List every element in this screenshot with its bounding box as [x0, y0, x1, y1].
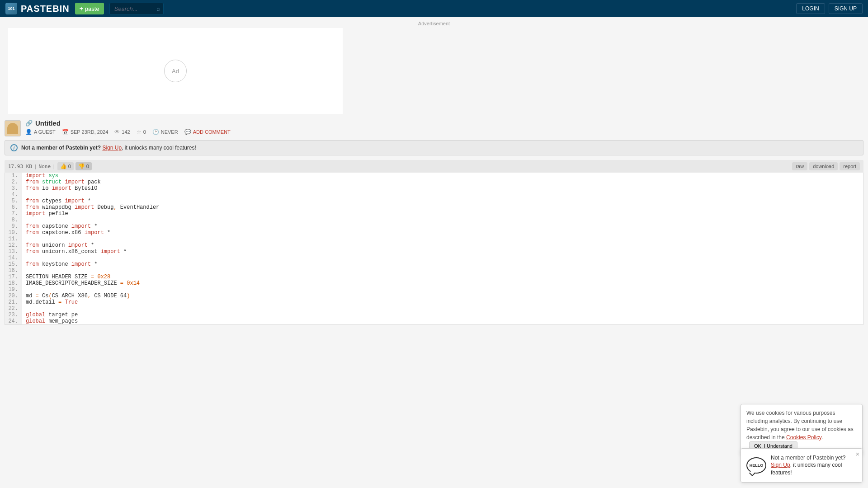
signup-button[interactable]: SIGN UP: [829, 3, 863, 14]
paste-title: Untitled: [35, 119, 61, 127]
line-number: 1.: [5, 173, 22, 179]
new-paste-button[interactable]: + paste: [75, 3, 104, 14]
avatar[interactable]: [5, 120, 21, 136]
line-content: IMAGE_DESCRIPTOR_HEADER_SIZE = 0x14: [22, 280, 863, 286]
line-number: 6.: [5, 204, 22, 211]
paste-container: 🔗 Untitled 👤A GUEST 📅SEP 23RD, 2024 👁142…: [0, 119, 868, 325]
star-icon: ☆: [137, 129, 142, 135]
line-content: [22, 236, 863, 242]
user-icon: 👤: [25, 129, 32, 135]
code-line: 14.: [5, 255, 863, 261]
line-content: [22, 305, 863, 312]
main-header: PASTEBIN + paste ⌕ LOGIN SIGN UP: [0, 0, 868, 17]
line-content: from winappdbg import Debug, EventHandle…: [22, 204, 863, 211]
code-line: 5.from ctypes import *: [5, 198, 863, 204]
comment-icon: 💬: [184, 129, 191, 135]
code-line: 20.md = Cs(CS_ARCH_X86, CS_MODE_64): [5, 293, 863, 299]
report-button[interactable]: report: [840, 162, 860, 170]
line-content: from ctypes import *: [22, 198, 863, 204]
line-content: md = Cs(CS_ARCH_X86, CS_MODE_64): [22, 293, 863, 299]
code-line: 23.global target_pe: [5, 312, 863, 318]
code-line: 24.global mem_pages: [5, 318, 863, 324]
line-number: 17.: [5, 274, 22, 280]
meta-author: 👤A GUEST: [25, 129, 56, 135]
line-content: SECTION_HEADER_SIZE = 0x28: [22, 274, 863, 280]
signup-banner: i Not a member of Pastebin yet? Sign Up,…: [5, 140, 863, 155]
code-area[interactable]: 1.import sys2.from struct import pack3.f…: [5, 173, 863, 325]
logo[interactable]: PASTEBIN: [5, 3, 70, 14]
line-number: 3.: [5, 185, 22, 192]
toolbar-left: 17.93 KB | None | 👍0 👎0: [8, 162, 92, 170]
line-content: from struct import pack: [22, 179, 863, 185]
code-line: 15.from keystone import *: [5, 261, 863, 267]
line-content: from unicorn.x86_const import *: [22, 249, 863, 255]
ad-slot[interactable]: Ad: [8, 28, 343, 114]
code-line: 3.from io import BytesIO: [5, 185, 863, 192]
paste-info: 🔗 Untitled 👤A GUEST 📅SEP 23RD, 2024 👁142…: [25, 119, 863, 135]
login-button[interactable]: LOGIN: [796, 3, 825, 14]
line-content: global target_pe: [22, 312, 863, 318]
clock-icon: 🕑: [152, 129, 159, 135]
line-content: from io import BytesIO: [22, 185, 863, 192]
paste-header: 🔗 Untitled 👤A GUEST 📅SEP 23RD, 2024 👁142…: [5, 119, 863, 136]
line-content: from keystone import *: [22, 261, 863, 267]
search-box: ⌕: [109, 3, 164, 15]
code-line: 21.md.detail = True: [5, 299, 863, 305]
line-number: 21.: [5, 299, 22, 305]
banner-signup-link[interactable]: Sign Up: [102, 145, 122, 151]
brand-text: PASTEBIN: [21, 4, 70, 14]
code-line: 17.SECTION_HEADER_SIZE = 0x28: [5, 274, 863, 280]
code-line: 9.from capstone import *: [5, 223, 863, 230]
line-content: [22, 255, 863, 261]
code-line: 12.from unicorn import *: [5, 242, 863, 249]
line-number: 5.: [5, 198, 22, 204]
eye-icon: 👁: [114, 129, 120, 135]
line-number: 22.: [5, 305, 22, 312]
download-button[interactable]: download: [809, 162, 838, 170]
line-content: [22, 217, 863, 223]
line-number: 20.: [5, 293, 22, 299]
raw-button[interactable]: raw: [792, 162, 807, 170]
search-icon[interactable]: ⌕: [156, 5, 160, 12]
meta-rating: ☆0: [137, 129, 146, 135]
line-content: md.detail = True: [22, 299, 863, 305]
code-line: 6.from winappdbg import Debug, EventHand…: [5, 204, 863, 211]
search-input[interactable]: [109, 3, 164, 15]
plus-icon: +: [80, 5, 83, 12]
code-line: 2.from struct import pack: [5, 179, 863, 185]
line-number: 4.: [5, 192, 22, 198]
line-number: 16.: [5, 267, 22, 274]
code-line: 13.from unicorn.x86_const import *: [5, 249, 863, 255]
syntax-label: None: [39, 164, 51, 169]
ad-placeholder-icon: Ad: [164, 60, 187, 82]
like-button[interactable]: 👍0: [57, 162, 74, 170]
code-line: 11.: [5, 236, 863, 242]
line-number: 10.: [5, 230, 22, 236]
meta-expiry: 🕑NEVER: [152, 129, 178, 135]
paste-meta: 👤A GUEST 📅SEP 23RD, 2024 👁142 ☆0 🕑NEVER …: [25, 129, 863, 135]
line-number: 2.: [5, 179, 22, 185]
dislike-button[interactable]: 👎0: [75, 162, 92, 170]
add-comment-link[interactable]: 💬ADD COMMENT: [184, 129, 231, 135]
code-line: 1.import sys: [5, 173, 863, 179]
link-icon: 🔗: [25, 120, 33, 127]
meta-views: 👁142: [114, 129, 130, 135]
line-number: 15.: [5, 261, 22, 267]
line-number: 18.: [5, 280, 22, 286]
line-content: import sys: [22, 173, 863, 179]
paste-title-row: 🔗 Untitled: [25, 119, 863, 127]
thumbs-down-icon: 👎: [78, 163, 85, 169]
info-icon: i: [10, 144, 18, 151]
calendar-icon: 📅: [62, 129, 69, 135]
paste-toolbar: 17.93 KB | None | 👍0 👎0 raw download rep…: [5, 160, 863, 173]
line-content: from unicorn import *: [22, 242, 863, 249]
line-number: 8.: [5, 217, 22, 223]
line-number: 24.: [5, 318, 22, 324]
header-left: PASTEBIN + paste ⌕: [5, 3, 164, 15]
logo-icon: [5, 3, 17, 14]
ad-label: Advertisement: [0, 21, 868, 26]
code-line: 4.: [5, 192, 863, 198]
line-number: 11.: [5, 236, 22, 242]
line-content: [22, 286, 863, 293]
header-right: LOGIN SIGN UP: [796, 3, 863, 14]
